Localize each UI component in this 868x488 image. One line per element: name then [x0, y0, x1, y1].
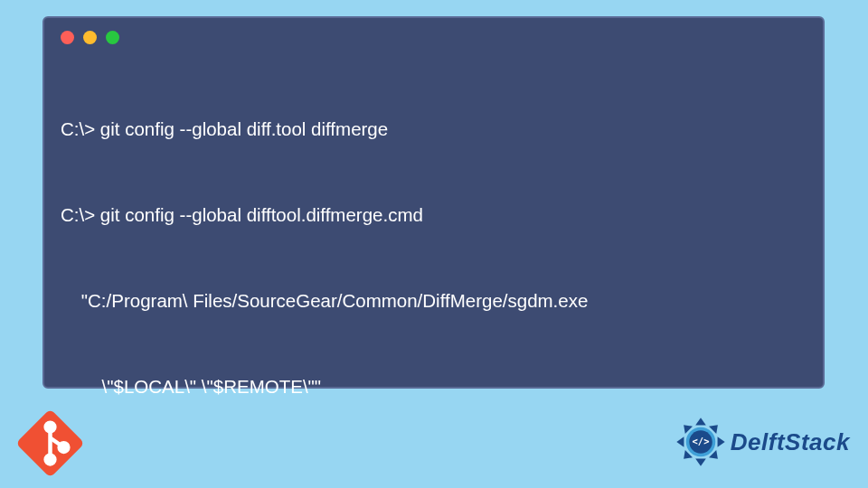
svg-point-5: [60, 443, 69, 452]
svg-marker-12: [676, 436, 684, 447]
code-line: \"$LOCAL\" \"$REMOTE\"": [61, 372, 807, 401]
svg-marker-10: [695, 459, 706, 466]
terminal-window: C:\> git config --global diff.tool diffm…: [42, 16, 825, 389]
code-line: C:\> git config --global difftool.diffme…: [61, 201, 807, 230]
close-icon[interactable]: [61, 31, 74, 44]
svg-point-3: [46, 423, 55, 432]
svg-point-4: [46, 455, 55, 465]
brand-badge-icon: </>: [675, 416, 727, 468]
git-logo-icon: [16, 409, 84, 477]
svg-marker-6: [695, 418, 706, 425]
code-line: C:\> git config --global diff.tool diffm…: [61, 115, 807, 144]
window-traffic-lights: [61, 31, 807, 44]
svg-marker-8: [717, 436, 724, 447]
code-line: "C:/Program\ Files/SourceGear/Common/Dif…: [61, 286, 807, 315]
brand-logo: </> DelftStack: [675, 416, 850, 468]
maximize-icon[interactable]: [106, 31, 119, 44]
svg-text:</>: </>: [692, 436, 709, 446]
minimize-icon[interactable]: [83, 31, 97, 44]
brand-name: DelftStack: [731, 428, 850, 456]
